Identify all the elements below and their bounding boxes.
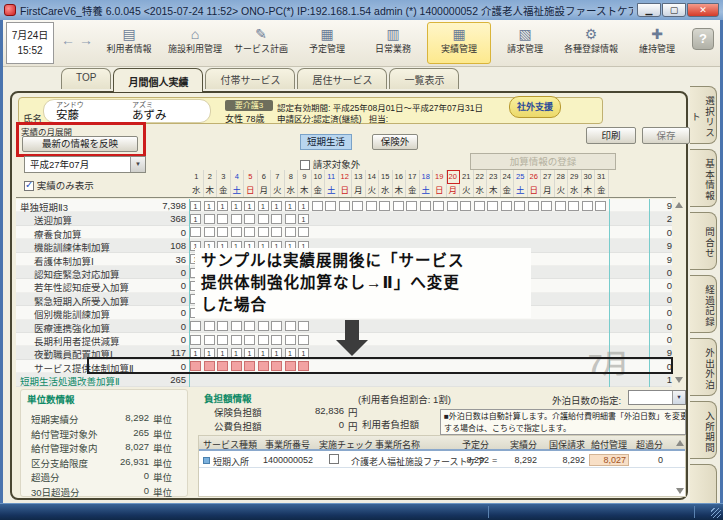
day-cell[interactable] (190, 227, 201, 237)
day-cell[interactable] (352, 201, 363, 211)
service-table-row[interactable]: 短期入所 1400000052 介護老人福祉施設ファーストケア 8,292 = … (199, 453, 685, 468)
day-cell[interactable]: 1 (231, 201, 242, 211)
day-cell[interactable]: 1 (244, 348, 255, 358)
day-cell[interactable] (258, 214, 269, 224)
grid-row[interactable]: 送迎加算368211 (16, 212, 672, 225)
day-cell[interactable] (231, 335, 242, 345)
day-cell[interactable] (231, 214, 242, 224)
tab-居住サービス[interactable]: 居住サービス (297, 68, 387, 89)
day-cell[interactable] (501, 201, 512, 211)
maximize-button[interactable]: ▢ (662, 3, 686, 17)
day-cell[interactable] (204, 214, 215, 224)
patient-name-pill[interactable]: アンドウ 安藤 アズミ あずみ (43, 99, 211, 123)
side-tab-経過記録[interactable]: 経過記録 (690, 275, 717, 333)
nav-日常業務[interactable]: ▥日常業務 (361, 22, 425, 64)
day-cell[interactable] (190, 361, 201, 371)
day-cell[interactable] (433, 201, 444, 211)
tab-一覧表示[interactable]: 一覧表示 (389, 68, 459, 89)
day-cell[interactable] (258, 227, 269, 237)
tab-TOP[interactable]: TOP (61, 68, 111, 89)
day-cell[interactable]: 1 (285, 348, 296, 358)
day-cell[interactable] (217, 335, 228, 345)
day-cell[interactable]: 1 (217, 348, 228, 358)
scroll-down-icon[interactable] (675, 377, 683, 383)
day-cell[interactable] (528, 201, 539, 211)
day-cell[interactable] (204, 335, 215, 345)
day-cell[interactable] (217, 321, 228, 331)
day-cell[interactable] (582, 201, 593, 211)
day-cell[interactable] (514, 201, 525, 211)
day-cell[interactable]: 1 (244, 201, 255, 211)
day-cell[interactable] (474, 201, 485, 211)
tab-月間個人実績[interactable]: 月間個人実績 (113, 68, 203, 92)
chevron-down-icon[interactable]: ▼ (672, 391, 685, 404)
day-cell[interactable] (258, 321, 269, 331)
day-cell[interactable] (204, 227, 215, 237)
print-button[interactable]: 印刷 (586, 127, 636, 144)
day-cell[interactable]: 1 (190, 201, 201, 211)
day-cell[interactable]: 1 (204, 201, 215, 211)
day-cell[interactable] (379, 201, 390, 211)
day-cell[interactable] (217, 214, 228, 224)
side-tab-問合せ[interactable]: 問合せ (690, 212, 717, 270)
day-cell[interactable] (447, 201, 458, 211)
grid-row[interactable]: 単独短期Ⅱ37,3989111111111 (16, 199, 672, 212)
back-arrow-icon[interactable]: ← (61, 32, 75, 48)
grid-row[interactable]: 療養食加算00 (16, 226, 672, 239)
day-cell[interactable] (271, 321, 282, 331)
day-cell[interactable]: 1 (231, 348, 242, 358)
day-cell[interactable] (285, 335, 296, 345)
day-cell[interactable]: 1 (217, 201, 228, 211)
day-cell[interactable] (204, 321, 215, 331)
day-cell[interactable]: 1 (298, 348, 309, 358)
day-cell[interactable] (420, 201, 431, 211)
non-insurance-tab[interactable]: 保険外 (372, 134, 418, 150)
day-cell[interactable] (285, 321, 296, 331)
day-cell[interactable] (231, 321, 242, 331)
resize-grip[interactable] (711, 508, 721, 518)
grid-row[interactable]: サービス提供体制加算Ⅱ00 (16, 360, 672, 373)
day-cell[interactable] (244, 335, 255, 345)
day-cell[interactable]: 1 (285, 201, 296, 211)
refresh-latest-button[interactable]: 最新の情報を反映 (22, 136, 138, 152)
day-cell[interactable] (258, 361, 269, 371)
day-cell[interactable] (258, 335, 269, 345)
grid-row[interactable]: 医療連携強化加算00 (16, 320, 672, 333)
day-cell[interactable] (271, 361, 282, 371)
day-cell[interactable] (231, 227, 242, 237)
nav-各種登録情報[interactable]: ⚙各種登録情報 (559, 22, 623, 64)
day-cell[interactable] (298, 361, 309, 371)
exclude-billing-checkbox[interactable] (300, 160, 310, 170)
side-tab-基本情報[interactable]: 基本情報 (690, 149, 717, 207)
day-cell[interactable] (285, 227, 296, 237)
day-cell[interactable]: 1 (204, 348, 215, 358)
save-button[interactable]: 保存 (642, 127, 690, 144)
help-button[interactable]: ? (692, 28, 714, 50)
nav-施設利用管理[interactable]: ⌂施設利用管理 (163, 22, 227, 64)
day-cell[interactable] (244, 214, 255, 224)
minimize-button[interactable]: ▁ (637, 3, 661, 17)
day-cell[interactable] (312, 201, 323, 211)
day-cell[interactable]: 1 (190, 348, 201, 358)
day-cell[interactable] (595, 201, 606, 211)
day-cell[interactable]: 1 (258, 201, 269, 211)
external-support-badge[interactable]: 社外支援 (509, 96, 561, 118)
close-button[interactable]: ✕ (687, 3, 719, 17)
day-cell[interactable] (244, 321, 255, 331)
nav-利用者情報[interactable]: ▤利用者情報 (97, 22, 161, 64)
day-cell[interactable]: 1 (271, 348, 282, 358)
table-scroll-down-icon[interactable] (676, 488, 684, 494)
side-tab-入所期間[interactable]: 入所期間 (690, 401, 717, 459)
day-cell[interactable] (406, 201, 417, 211)
day-cell[interactable] (339, 201, 350, 211)
day-cell[interactable]: 1 (258, 348, 269, 358)
table-scroll-up-icon[interactable] (676, 440, 684, 446)
day-cell[interactable] (555, 201, 566, 211)
side-tab-外出外泊[interactable]: 外出外泊 (690, 338, 717, 396)
day-cell[interactable] (366, 201, 377, 211)
day-cell[interactable] (217, 227, 228, 237)
day-cell[interactable] (568, 201, 579, 211)
addition-register-button[interactable]: 加算情報の登録 (470, 153, 616, 170)
day-cell[interactable] (231, 361, 242, 371)
day-cell[interactable] (298, 321, 309, 331)
